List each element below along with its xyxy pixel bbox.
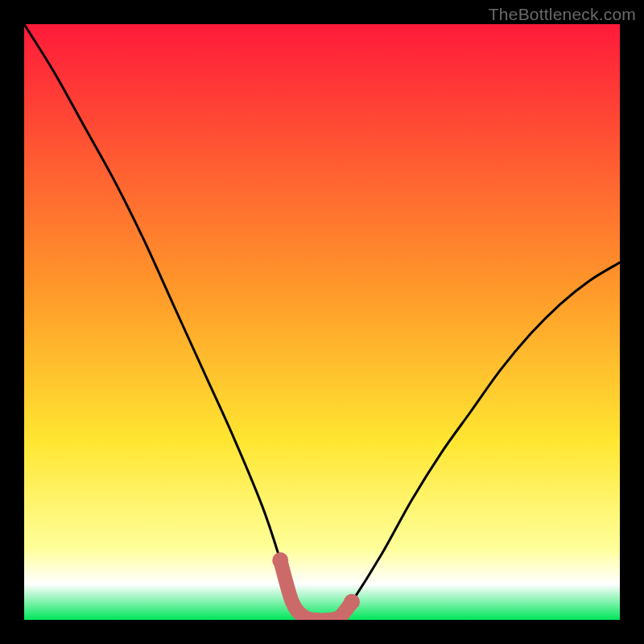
basin-endpoint-right bbox=[344, 594, 360, 610]
chart-stage: TheBottleneck.com bbox=[0, 0, 644, 644]
bottleneck-plot bbox=[24, 24, 620, 620]
basin-endpoint-left bbox=[272, 552, 288, 568]
attribution-label: TheBottleneck.com bbox=[489, 5, 636, 24]
gradient-background bbox=[24, 24, 620, 620]
